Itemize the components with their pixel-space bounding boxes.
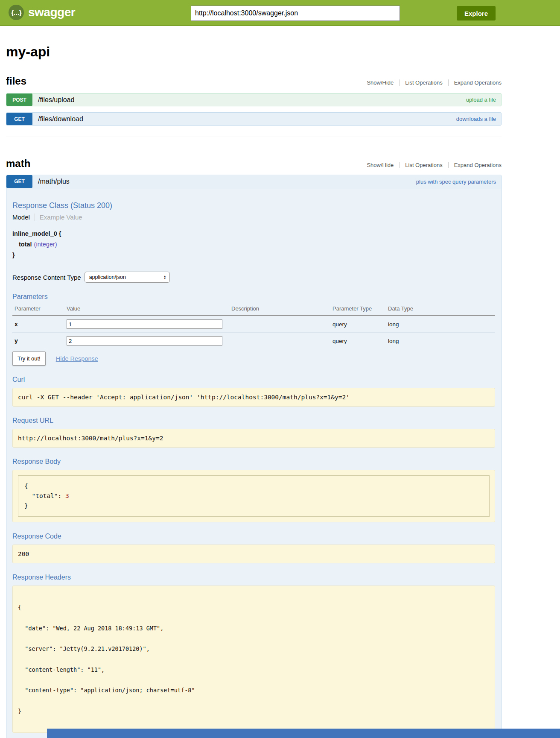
column-header-description: Description <box>231 302 332 316</box>
operation-row-post-files-upload[interactable]: POST /files/upload upload a file <box>6 93 502 106</box>
response-class-tabs: Model Example Value <box>12 214 495 221</box>
response-header-line: "date": "Wed, 22 Aug 2018 18:49:13 GMT", <box>18 625 490 632</box>
request-url-heading: Request URL <box>12 417 495 425</box>
model-property-type: (integer) <box>34 241 57 248</box>
curl-command-block: curl -X GET --header 'Accept: applicatio… <box>12 388 495 407</box>
response-header-line: "server": "Jetty(9.2.21.v20170120)", <box>18 645 490 653</box>
response-header-line: "content-type": "application/json; chars… <box>18 687 490 694</box>
operation-expanded-get-math-plus: GET /math/plus plus with spec query para… <box>6 175 502 738</box>
brand-title: swagger <box>28 6 75 19</box>
try-it-out-button[interactable]: Try it out! <box>12 351 46 366</box>
list-operations-link[interactable]: List Operations <box>399 162 448 168</box>
operation-summary-link[interactable]: plus with spec query parameters <box>416 179 496 185</box>
top-bar: {…} swagger Explore <box>0 0 560 26</box>
column-header-parameter-type: Parameter Type <box>332 302 388 316</box>
select-arrows-icon: ▲▼ <box>163 275 166 279</box>
operation-summary-link[interactable]: upload a file <box>466 97 496 103</box>
expand-operations-link[interactable]: Expand Operations <box>448 162 502 168</box>
response-header-line: { <box>18 604 490 611</box>
parameter-data-type: long <box>388 316 495 333</box>
swagger-logo[interactable]: {…} swagger <box>9 5 75 20</box>
parameter-description <box>231 333 332 349</box>
operation-row-get-math-plus[interactable]: GET /math/plus plus with spec query para… <box>6 175 501 188</box>
response-headers-block: { "date": "Wed, 22 Aug 2018 18:49:13 GMT… <box>12 586 495 733</box>
explore-button[interactable]: Explore <box>457 6 496 20</box>
method-badge-get: GET <box>6 175 32 188</box>
parameter-data-type: long <box>388 333 495 349</box>
response-content-type-select[interactable]: application/json ▲▼ <box>85 272 170 283</box>
main-content: my-api files Show/Hide List Operations E… <box>6 44 502 738</box>
parameters-heading: Parameters <box>12 293 495 301</box>
operation-path[interactable]: /files/download <box>38 115 83 123</box>
parameters-table: Parameter Value Description Parameter Ty… <box>12 302 495 349</box>
show-hide-link[interactable]: Show/Hide <box>361 162 399 168</box>
json-open-brace: { <box>24 481 483 491</box>
operation-row-get-files-download[interactable]: GET /files/download downloads a file <box>6 112 502 126</box>
operation-path[interactable]: /files/upload <box>38 96 74 104</box>
bottom-blue-bar <box>47 729 560 738</box>
parameter-type: query <box>332 333 388 349</box>
parameter-name: x <box>12 316 67 333</box>
show-hide-link[interactable]: Show/Hide <box>361 79 399 86</box>
model-property-name: total <box>19 241 32 248</box>
parameter-name: y <box>12 333 67 349</box>
response-body-heading: Response Body <box>12 458 495 466</box>
response-header-line: } <box>18 708 490 715</box>
response-code-heading: Response Code <box>12 533 495 540</box>
hide-response-link[interactable]: Hide Response <box>56 355 98 362</box>
curl-heading: Curl <box>12 376 495 384</box>
method-badge-get: GET <box>6 113 32 125</box>
selected-content-type: application/json <box>89 274 126 280</box>
column-header-parameter: Parameter <box>12 302 67 316</box>
expand-operations-link[interactable]: Expand Operations <box>448 79 502 86</box>
param-value-input-x[interactable] <box>67 319 222 329</box>
swagger-logo-icon: {…} <box>9 5 24 20</box>
api-url-input[interactable] <box>191 6 400 21</box>
request-url-block: http://localhost:3000/math/plus?x=1&y=2 <box>12 429 495 448</box>
response-class-heading: Response Class (Status 200) <box>12 201 495 210</box>
operation-detail: Response Class (Status 200) Model Exampl… <box>6 188 501 738</box>
tab-model[interactable]: Model <box>12 214 35 221</box>
operation-path[interactable]: /math/plus <box>38 178 70 185</box>
parameter-description <box>231 316 332 333</box>
parameter-row-x: x query long <box>12 316 495 333</box>
response-content-type-label: Response Content Type <box>12 274 81 281</box>
operation-summary-link[interactable]: downloads a file <box>456 116 496 122</box>
section-files: files Show/Hide List Operations Expand O… <box>6 75 502 126</box>
response-body-json: { "total": 3 } <box>18 475 490 517</box>
tab-example-value[interactable]: Example Value <box>35 214 82 221</box>
json-key: "total": <box>24 492 65 499</box>
parameter-row-y: y query long <box>12 333 495 349</box>
response-body-block: { "total": 3 } <box>12 470 495 522</box>
parameter-type: query <box>332 316 388 333</box>
model-close-brace: } <box>12 250 495 261</box>
section-controls-math: Show/Hide List Operations Expand Operati… <box>361 162 502 168</box>
page-title: my-api <box>6 44 502 60</box>
section-controls-files: Show/Hide List Operations Expand Operati… <box>361 79 502 86</box>
response-header-line: "content-length": "11", <box>18 666 490 674</box>
model-name: inline_model_0 { <box>12 228 495 239</box>
method-badge-post: POST <box>6 94 32 106</box>
json-close-brace: } <box>24 501 483 511</box>
response-headers-heading: Response Headers <box>12 574 495 581</box>
section-title-math: math <box>6 158 30 170</box>
model-signature: inline_model_0 { total(integer) } <box>12 228 495 261</box>
list-operations-link[interactable]: List Operations <box>399 79 448 86</box>
json-number-value: 3 <box>65 492 69 499</box>
section-math: math Show/Hide List Operations Expand Op… <box>6 137 502 738</box>
response-code-block: 200 <box>12 545 495 563</box>
column-header-data-type: Data Type <box>388 302 495 316</box>
section-title-files: files <box>6 75 26 87</box>
param-value-input-y[interactable] <box>67 336 222 346</box>
column-header-value: Value <box>67 302 231 316</box>
